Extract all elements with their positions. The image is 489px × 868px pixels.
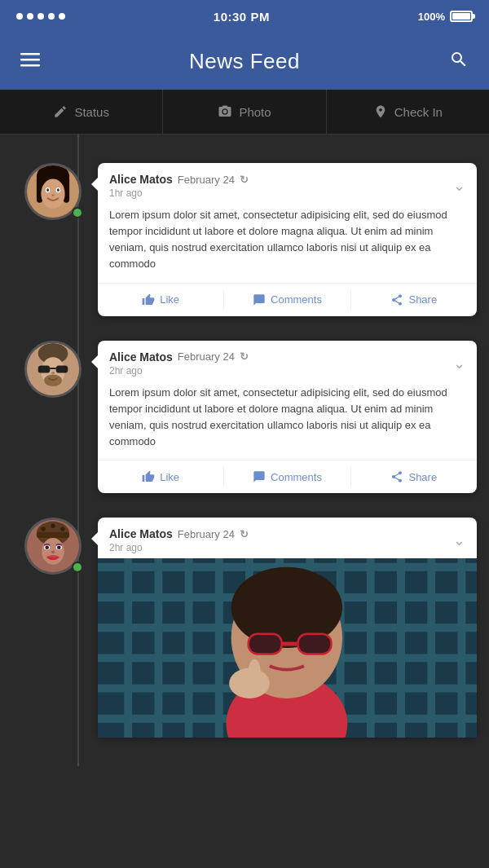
svg-point-24 bbox=[41, 527, 45, 531]
page-title: News Feed bbox=[189, 49, 300, 74]
post-card-1: Alice Matos February 24 ↻ 1hr ago ⌄ Lore… bbox=[98, 163, 477, 316]
svg-rect-60 bbox=[299, 635, 330, 653]
comments-button-1[interactable]: Comments bbox=[224, 290, 350, 310]
post-meta-2: Alice Matos February 24 ↻ 2hr ago bbox=[109, 350, 249, 377]
post-header-2: Alice Matos February 24 ↻ 2hr ago ⌄ bbox=[98, 341, 477, 381]
svg-point-10 bbox=[46, 188, 49, 192]
svg-rect-0 bbox=[20, 53, 40, 55]
post-date-3: February 24 bbox=[178, 528, 235, 540]
post-author-2: Alice Matos bbox=[109, 350, 173, 364]
svg-point-11 bbox=[57, 188, 59, 192]
status-right: 100% bbox=[418, 11, 473, 23]
dot-2 bbox=[27, 13, 33, 20]
post-author-line-3: Alice Matos February 24 ↻ bbox=[109, 527, 249, 540]
chevron-down-1[interactable]: ⌄ bbox=[453, 177, 465, 195]
post-date-2: February 24 bbox=[178, 350, 235, 363]
post-time-3: 2hr ago bbox=[109, 542, 249, 553]
comments-label-2: Comments bbox=[271, 471, 322, 483]
photo-button[interactable]: Photo bbox=[163, 90, 326, 134]
post-header-3: Alice Matos February 24 ↻ 2hr ago ⌄ bbox=[98, 518, 477, 558]
svg-point-26 bbox=[60, 527, 64, 531]
status-button[interactable]: Status bbox=[0, 90, 163, 134]
post-image-placeholder-3 bbox=[98, 558, 477, 738]
action-bar: Status Photo Check In bbox=[0, 90, 489, 134]
menu-button[interactable] bbox=[20, 50, 40, 73]
status-time: 10:30 PM bbox=[214, 10, 270, 24]
chevron-down-3[interactable]: ⌄ bbox=[453, 531, 465, 549]
like-label-1: Like bbox=[160, 293, 179, 306]
battery-fill bbox=[452, 13, 470, 20]
svg-point-20 bbox=[51, 371, 55, 374]
post-actions-1: Like Comments Share bbox=[98, 283, 477, 316]
post-card-2: Alice Matos February 24 ↻ 2hr ago ⌄ Lore… bbox=[98, 341, 477, 494]
svg-point-12 bbox=[51, 194, 55, 196]
post-author-line-1: Alice Matos February 24 ↻ bbox=[109, 173, 249, 186]
battery-icon bbox=[450, 11, 473, 22]
post-body-1: Lorem ipsum dolor sit amet, consectetur … bbox=[98, 204, 477, 283]
news-feed: Alice Matos February 24 ↻ 1hr ago ⌄ Lore… bbox=[0, 134, 489, 766]
svg-rect-23 bbox=[37, 532, 69, 538]
svg-point-31 bbox=[57, 546, 61, 550]
dot-3 bbox=[37, 13, 44, 20]
svg-rect-59 bbox=[249, 635, 280, 653]
post-body-2: Lorem ipsum dolor sit amet, consectetur … bbox=[98, 381, 477, 460]
share-label-1: Share bbox=[408, 293, 437, 306]
status-label: Status bbox=[74, 105, 109, 119]
svg-point-25 bbox=[51, 524, 55, 528]
comments-label-1: Comments bbox=[271, 293, 322, 306]
share-button-2[interactable]: Share bbox=[351, 467, 477, 487]
post-author-line-2: Alice Matos February 24 ↻ bbox=[109, 350, 249, 364]
avatar-wrap-1 bbox=[16, 163, 90, 220]
search-button[interactable] bbox=[449, 50, 469, 73]
photo-label: Photo bbox=[239, 105, 271, 119]
post-time-2: 2hr ago bbox=[109, 365, 249, 377]
avatar-wrap-2 bbox=[16, 341, 90, 398]
post-actions-2: Like Comments Share bbox=[98, 460, 477, 493]
svg-rect-2 bbox=[20, 64, 40, 67]
online-indicator-1 bbox=[72, 207, 83, 218]
checkin-button[interactable]: Check In bbox=[327, 90, 489, 134]
svg-point-62 bbox=[249, 659, 261, 684]
svg-point-33 bbox=[48, 555, 59, 559]
post-meta-1: Alice Matos February 24 ↻ 1hr ago bbox=[109, 173, 249, 199]
share-button-1[interactable]: Share bbox=[351, 290, 477, 310]
svg-rect-1 bbox=[20, 59, 40, 61]
post-image-3 bbox=[98, 558, 477, 738]
post-header-1: Alice Matos February 24 ↻ 1hr ago ⌄ bbox=[98, 163, 477, 204]
post-card-3: Alice Matos February 24 ↻ 2hr ago ⌄ bbox=[98, 518, 477, 738]
dot-5 bbox=[59, 13, 65, 20]
battery-percent: 100% bbox=[418, 11, 445, 23]
post-time-1: 1hr ago bbox=[109, 187, 249, 199]
chevron-down-2[interactable]: ⌄ bbox=[453, 355, 465, 372]
online-indicator-3 bbox=[72, 562, 83, 573]
refresh-icon-3: ↻ bbox=[240, 528, 249, 540]
post-1: Alice Matos February 24 ↻ 1hr ago ⌄ Lore… bbox=[0, 151, 489, 328]
dot-1 bbox=[16, 13, 23, 20]
post-author-1: Alice Matos bbox=[109, 173, 173, 186]
dot-4 bbox=[48, 13, 55, 20]
refresh-icon-2: ↻ bbox=[240, 350, 249, 363]
post-meta-3: Alice Matos February 24 ↻ 2hr ago bbox=[109, 527, 249, 553]
post-3: Alice Matos February 24 ↻ 2hr ago ⌄ bbox=[0, 505, 489, 750]
share-label-2: Share bbox=[408, 471, 437, 483]
svg-rect-17 bbox=[56, 365, 68, 372]
avatar-2 bbox=[24, 341, 82, 398]
checkin-label: Check In bbox=[394, 105, 443, 119]
like-button-1[interactable]: Like bbox=[98, 290, 224, 310]
post-date-1: February 24 bbox=[178, 174, 235, 186]
signal-dots bbox=[16, 13, 65, 20]
like-button-2[interactable]: Like bbox=[98, 467, 224, 487]
post-2: Alice Matos February 24 ↻ 2hr ago ⌄ Lore… bbox=[0, 328, 489, 506]
status-bar: 10:30 PM 100% bbox=[0, 0, 489, 33]
header: News Feed bbox=[0, 33, 489, 90]
svg-rect-16 bbox=[38, 365, 51, 372]
svg-point-30 bbox=[45, 546, 49, 550]
refresh-icon-1: ↻ bbox=[240, 174, 249, 186]
avatar-wrap-3 bbox=[16, 518, 90, 575]
like-label-2: Like bbox=[160, 471, 179, 483]
comments-button-2[interactable]: Comments bbox=[224, 467, 350, 487]
svg-point-7 bbox=[41, 178, 64, 209]
svg-point-32 bbox=[51, 551, 55, 554]
post-author-3: Alice Matos bbox=[109, 527, 173, 540]
